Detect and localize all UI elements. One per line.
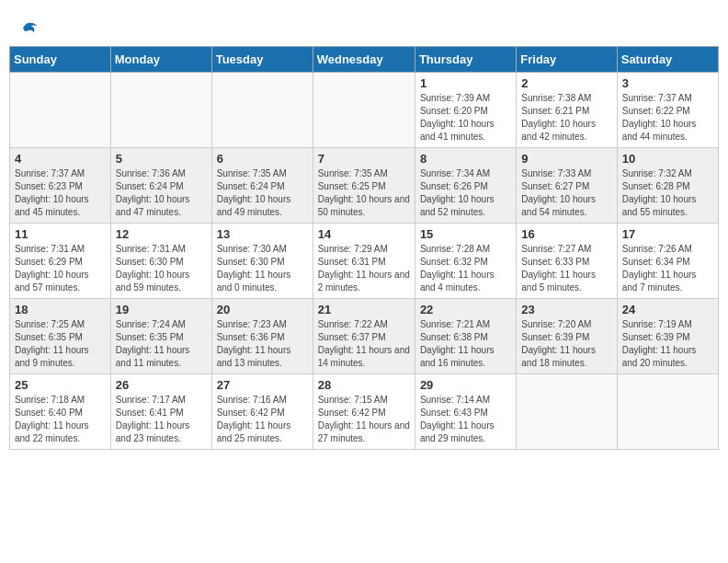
calendar-week-row: 18Sunrise: 7:25 AMSunset: 6:35 PMDayligh…	[10, 299, 719, 374]
day-info: Sunrise: 7:24 AMSunset: 6:35 PMDaylight:…	[116, 318, 207, 370]
day-info: Sunrise: 7:32 AMSunset: 6:28 PMDaylight:…	[622, 167, 713, 219]
calendar-cell: 17Sunrise: 7:26 AMSunset: 6:34 PMDayligh…	[617, 224, 718, 299]
day-info: Sunrise: 7:35 AMSunset: 6:25 PMDaylight:…	[318, 167, 410, 219]
day-number: 5	[116, 152, 207, 166]
calendar-header-sunday: Sunday	[10, 47, 111, 73]
calendar-header-friday: Friday	[517, 47, 617, 73]
day-info: Sunrise: 7:22 AMSunset: 6:37 PMDaylight:…	[318, 318, 410, 370]
day-info: Sunrise: 7:15 AMSunset: 6:42 PMDaylight:…	[318, 394, 410, 445]
calendar-cell: 29Sunrise: 7:14 AMSunset: 6:43 PMDayligh…	[415, 374, 516, 450]
calendar-cell: 18Sunrise: 7:25 AMSunset: 6:35 PMDayligh…	[10, 299, 111, 374]
day-info: Sunrise: 7:37 AMSunset: 6:22 PMDaylight:…	[622, 92, 713, 144]
day-info: Sunrise: 7:31 AMSunset: 6:30 PMDaylight:…	[116, 243, 207, 294]
calendar-cell: 28Sunrise: 7:15 AMSunset: 6:42 PMDayligh…	[313, 374, 415, 450]
calendar-cell	[517, 374, 617, 450]
day-number: 8	[420, 152, 511, 166]
day-number: 20	[217, 303, 308, 316]
logo	[18, 18, 39, 37]
calendar-cell: 19Sunrise: 7:24 AMSunset: 6:35 PMDayligh…	[110, 299, 211, 374]
day-number: 25	[15, 378, 106, 392]
calendar-cell: 27Sunrise: 7:16 AMSunset: 6:42 PMDayligh…	[211, 374, 313, 450]
day-number: 13	[217, 227, 308, 241]
day-number: 16	[521, 227, 611, 241]
day-number: 19	[116, 303, 207, 316]
day-number: 6	[217, 152, 308, 166]
logo-bird-icon	[20, 18, 39, 37]
day-number: 4	[15, 152, 106, 166]
day-number: 1	[420, 76, 511, 90]
day-number: 15	[420, 227, 511, 241]
day-info: Sunrise: 7:30 AMSunset: 6:30 PMDaylight:…	[217, 243, 308, 294]
day-number: 26	[116, 378, 207, 392]
day-number: 24	[622, 303, 713, 316]
calendar-header-row: SundayMondayTuesdayWednesdayThursdayFrid…	[10, 47, 719, 73]
day-number: 12	[116, 227, 207, 241]
day-info: Sunrise: 7:23 AMSunset: 6:36 PMDaylight:…	[217, 318, 308, 370]
calendar-cell: 2Sunrise: 7:38 AMSunset: 6:21 PMDaylight…	[517, 73, 617, 148]
calendar-cell: 10Sunrise: 7:32 AMSunset: 6:28 PMDayligh…	[617, 148, 718, 224]
day-info: Sunrise: 7:18 AMSunset: 6:40 PMDaylight:…	[15, 394, 106, 445]
day-info: Sunrise: 7:29 AMSunset: 6:31 PMDaylight:…	[318, 243, 410, 294]
calendar-header-thursday: Thursday	[415, 47, 516, 73]
calendar-header-monday: Monday	[110, 47, 211, 73]
day-number: 14	[318, 227, 410, 241]
calendar-week-row: 1Sunrise: 7:39 AMSunset: 6:20 PMDaylight…	[10, 73, 719, 148]
calendar-cell: 7Sunrise: 7:35 AMSunset: 6:25 PMDaylight…	[313, 148, 415, 224]
calendar-cell: 23Sunrise: 7:20 AMSunset: 6:39 PMDayligh…	[517, 299, 617, 374]
calendar-cell: 3Sunrise: 7:37 AMSunset: 6:22 PMDaylight…	[617, 73, 718, 148]
day-number: 29	[420, 378, 511, 392]
day-number: 3	[622, 76, 713, 90]
calendar-body: 1Sunrise: 7:39 AMSunset: 6:20 PMDaylight…	[10, 73, 719, 450]
day-number: 9	[521, 152, 611, 166]
header	[9, 9, 719, 42]
calendar-cell	[211, 73, 313, 148]
calendar-week-row: 4Sunrise: 7:37 AMSunset: 6:23 PMDaylight…	[10, 148, 719, 224]
calendar-cell	[110, 73, 211, 148]
day-info: Sunrise: 7:39 AMSunset: 6:20 PMDaylight:…	[420, 92, 511, 144]
day-number: 23	[521, 303, 611, 316]
day-info: Sunrise: 7:36 AMSunset: 6:24 PMDaylight:…	[116, 167, 207, 219]
calendar-cell	[617, 374, 718, 450]
day-info: Sunrise: 7:14 AMSunset: 6:43 PMDaylight:…	[420, 394, 511, 445]
calendar-cell: 20Sunrise: 7:23 AMSunset: 6:36 PMDayligh…	[211, 299, 313, 374]
calendar-cell: 15Sunrise: 7:28 AMSunset: 6:32 PMDayligh…	[415, 224, 516, 299]
day-info: Sunrise: 7:25 AMSunset: 6:35 PMDaylight:…	[15, 318, 106, 370]
day-number: 18	[15, 303, 106, 316]
calendar-cell: 9Sunrise: 7:33 AMSunset: 6:27 PMDaylight…	[517, 148, 617, 224]
day-info: Sunrise: 7:31 AMSunset: 6:29 PMDaylight:…	[15, 243, 106, 294]
calendar-cell	[313, 73, 415, 148]
day-number: 17	[622, 227, 713, 241]
calendar-cell: 13Sunrise: 7:30 AMSunset: 6:30 PMDayligh…	[211, 224, 313, 299]
day-info: Sunrise: 7:27 AMSunset: 6:33 PMDaylight:…	[521, 243, 611, 294]
day-info: Sunrise: 7:20 AMSunset: 6:39 PMDaylight:…	[521, 318, 611, 370]
calendar-cell: 4Sunrise: 7:37 AMSunset: 6:23 PMDaylight…	[10, 148, 111, 224]
day-number: 28	[318, 378, 410, 392]
day-info: Sunrise: 7:26 AMSunset: 6:34 PMDaylight:…	[622, 243, 713, 294]
calendar-cell: 5Sunrise: 7:36 AMSunset: 6:24 PMDaylight…	[110, 148, 211, 224]
day-info: Sunrise: 7:16 AMSunset: 6:42 PMDaylight:…	[217, 394, 308, 445]
day-info: Sunrise: 7:33 AMSunset: 6:27 PMDaylight:…	[521, 167, 611, 219]
day-info: Sunrise: 7:21 AMSunset: 6:38 PMDaylight:…	[420, 318, 511, 370]
calendar-cell: 25Sunrise: 7:18 AMSunset: 6:40 PMDayligh…	[10, 374, 111, 450]
calendar-cell	[10, 73, 111, 148]
calendar-cell: 16Sunrise: 7:27 AMSunset: 6:33 PMDayligh…	[517, 224, 617, 299]
calendar-header-wednesday: Wednesday	[313, 47, 415, 73]
calendar-cell: 21Sunrise: 7:22 AMSunset: 6:37 PMDayligh…	[313, 299, 415, 374]
day-info: Sunrise: 7:34 AMSunset: 6:26 PMDaylight:…	[420, 167, 511, 219]
day-info: Sunrise: 7:28 AMSunset: 6:32 PMDaylight:…	[420, 243, 511, 294]
day-info: Sunrise: 7:35 AMSunset: 6:24 PMDaylight:…	[217, 167, 308, 219]
calendar-cell: 26Sunrise: 7:17 AMSunset: 6:41 PMDayligh…	[110, 374, 211, 450]
calendar-cell: 12Sunrise: 7:31 AMSunset: 6:30 PMDayligh…	[110, 224, 211, 299]
day-info: Sunrise: 7:19 AMSunset: 6:39 PMDaylight:…	[622, 318, 713, 370]
day-number: 10	[622, 152, 713, 166]
calendar-cell: 8Sunrise: 7:34 AMSunset: 6:26 PMDaylight…	[415, 148, 516, 224]
day-info: Sunrise: 7:37 AMSunset: 6:23 PMDaylight:…	[15, 167, 106, 219]
calendar-week-row: 25Sunrise: 7:18 AMSunset: 6:40 PMDayligh…	[10, 374, 719, 450]
calendar-cell: 24Sunrise: 7:19 AMSunset: 6:39 PMDayligh…	[617, 299, 718, 374]
day-number: 21	[318, 303, 410, 316]
day-number: 7	[318, 152, 410, 166]
day-number: 11	[15, 227, 106, 241]
calendar-week-row: 11Sunrise: 7:31 AMSunset: 6:29 PMDayligh…	[10, 224, 719, 299]
calendar-header-saturday: Saturday	[617, 47, 718, 73]
calendar-header-tuesday: Tuesday	[211, 47, 313, 73]
